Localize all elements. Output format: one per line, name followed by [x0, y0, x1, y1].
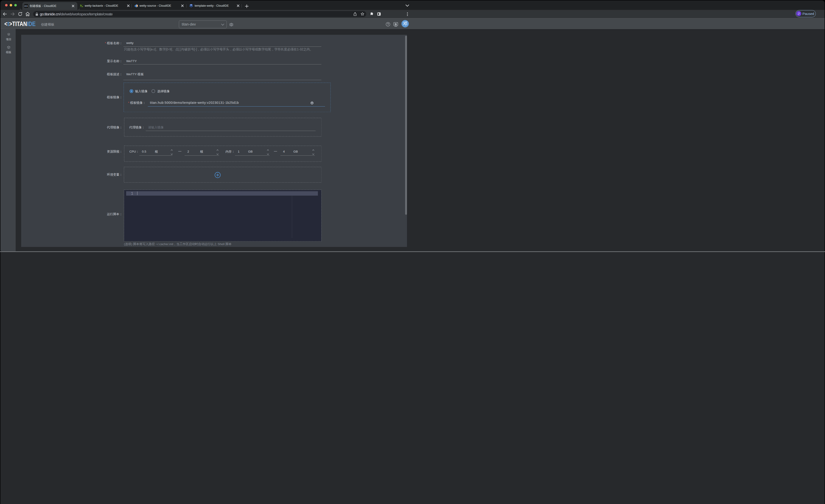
- svg-text:JS: JS: [136, 5, 138, 7]
